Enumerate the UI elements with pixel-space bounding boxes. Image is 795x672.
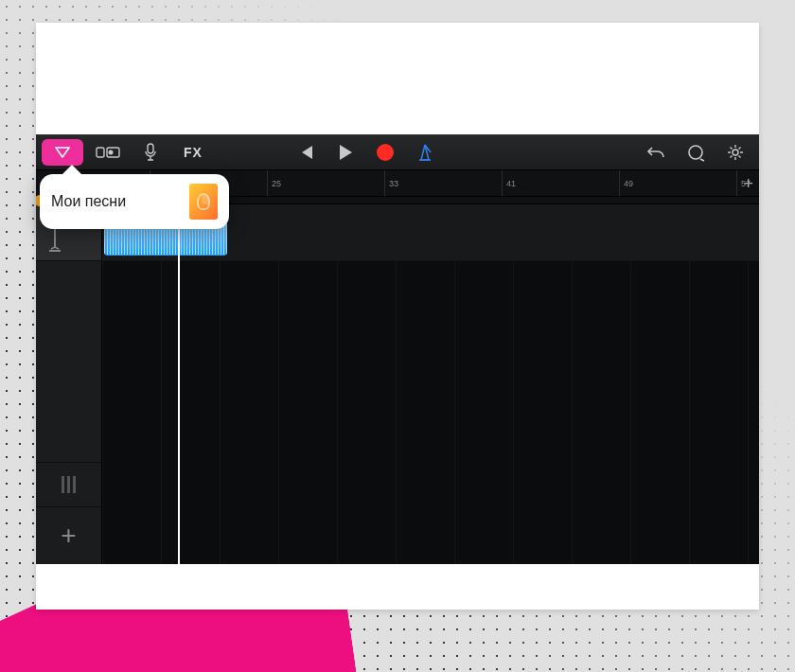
undo-icon	[646, 145, 665, 160]
record-icon	[377, 144, 394, 161]
loop-browser-button[interactable]	[678, 139, 714, 166]
fx-label: FX	[184, 145, 203, 160]
popover-label: Мои песни	[51, 193, 126, 210]
arrange-area[interactable]: Get In Th...-Ding) 2	[102, 204, 759, 564]
triangle-down-icon	[55, 147, 70, 158]
plus-icon: +	[61, 521, 76, 551]
svg-rect-3	[148, 144, 153, 153]
track-headers: +	[36, 204, 102, 564]
my-songs-popover[interactable]: Мои песни	[40, 174, 229, 229]
metronome-button[interactable]	[407, 139, 443, 166]
gear-icon	[726, 143, 745, 162]
play-button[interactable]	[327, 139, 363, 166]
multitrack-toggle-icon	[62, 476, 76, 493]
svg-point-7	[733, 150, 738, 155]
svg-point-6	[689, 146, 702, 159]
svg-rect-0	[97, 148, 104, 157]
view-switch-button[interactable]	[87, 139, 129, 166]
ruler-tick: 25	[267, 170, 281, 196]
metronome-icon	[416, 143, 433, 162]
fx-button[interactable]: FX	[172, 139, 214, 166]
ruler-tick: 33	[384, 170, 398, 196]
svg-point-2	[109, 150, 114, 154]
automation-toggle[interactable]	[36, 462, 101, 507]
ruler-tick: 49	[619, 170, 633, 196]
ruler-tick: 41	[502, 170, 516, 196]
record-button[interactable]	[367, 139, 403, 166]
garageband-file-icon	[189, 184, 218, 220]
playhead[interactable]	[178, 204, 180, 564]
skip-back-icon	[297, 145, 314, 160]
my-songs-menu-button[interactable]	[42, 139, 83, 166]
settings-button[interactable]	[717, 139, 753, 166]
grid-slider-icon	[96, 145, 120, 160]
undo-button[interactable]	[638, 139, 674, 166]
add-section-button[interactable]: +	[743, 174, 753, 194]
main-toolbar: FX	[36, 134, 759, 170]
microphone-icon	[144, 143, 157, 162]
loop-icon	[686, 143, 705, 162]
add-track-button[interactable]: +	[36, 507, 101, 564]
play-icon	[338, 144, 353, 161]
mic-button[interactable]	[132, 139, 168, 166]
go-to-start-button[interactable]	[288, 139, 324, 166]
